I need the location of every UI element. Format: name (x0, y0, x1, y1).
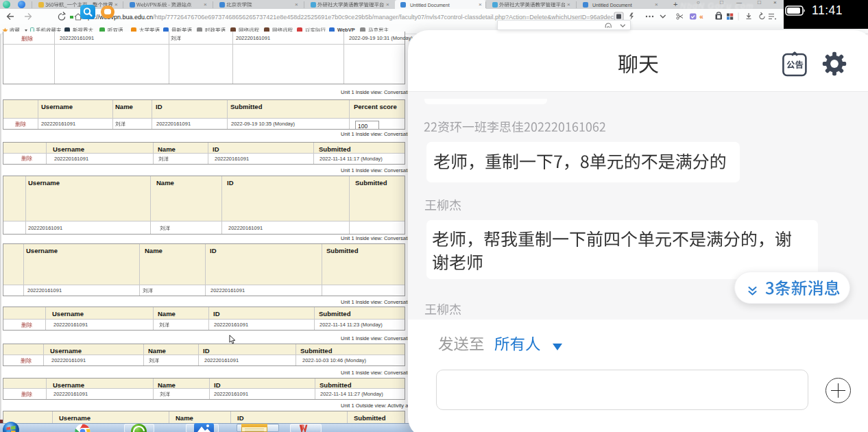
svg-text:«: « (699, 12, 703, 21)
